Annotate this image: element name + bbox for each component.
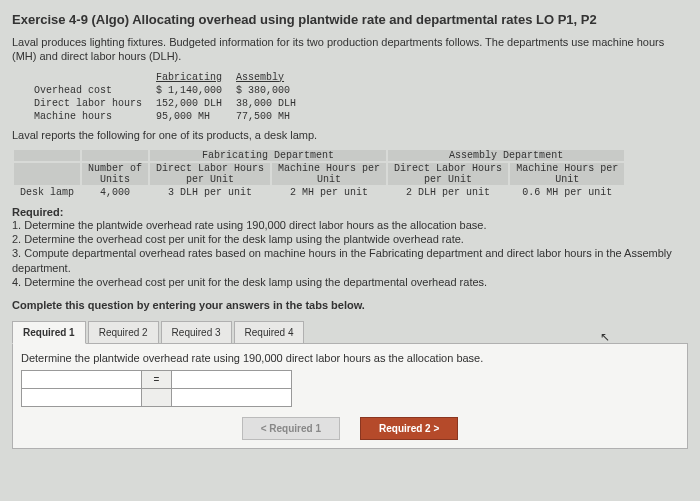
cell-asm: 38,000 DLH	[236, 98, 308, 109]
cell-fab: 95,000 MH	[156, 111, 234, 122]
answer-cell-label[interactable]	[22, 371, 142, 389]
required-block: Required: 1. Determine the plantwide ove…	[12, 206, 688, 289]
exercise-title: Exercise 4-9 (Algo) Allocating overhead …	[12, 12, 688, 27]
tab-required-2[interactable]: Required 2	[88, 321, 159, 344]
department-table: Fabricating Assembly Overhead cost $ 1,1…	[32, 70, 310, 124]
h-fdlh: Direct Labor Hours per Unit	[150, 163, 270, 185]
cell-asm: 77,500 MH	[236, 111, 308, 122]
equals-cell-2	[142, 389, 172, 407]
row-label: Direct labor hours	[34, 98, 154, 109]
req-3: 3. Compute departmental overhead rates b…	[12, 246, 688, 275]
tab-required-1[interactable]: Required 1	[12, 321, 86, 344]
prod-adlh: 2 DLH per unit	[388, 187, 508, 198]
tab-bar: Required 1 Required 2 Required 3 Require…	[12, 321, 688, 344]
desc2: Laval reports the following for one of i…	[12, 128, 688, 142]
prod-fdlh: 3 DLH per unit	[150, 187, 270, 198]
answer-table: =	[21, 370, 292, 407]
dept-col-asm: Assembly	[236, 72, 308, 83]
group-asm: Assembly Department	[388, 150, 624, 161]
answer-cell-label-2[interactable]	[22, 389, 142, 407]
tab-panel: Determine the plantwide overhead rate us…	[12, 343, 688, 449]
prod-amh: 0.6 MH per unit	[510, 187, 624, 198]
h-adlh: Direct Labor Hours per Unit	[388, 163, 508, 185]
dept-blank	[34, 72, 154, 83]
req-2: 2. Determine the overhead cost per unit …	[12, 232, 688, 246]
equals-cell: =	[142, 371, 172, 389]
row-label: Machine hours	[34, 111, 154, 122]
answer-cell-value[interactable]	[172, 371, 292, 389]
h-fmh: Machine Hours per Unit	[272, 163, 386, 185]
h-units: Number of Units	[82, 163, 148, 185]
complete-prompt: Complete this question by entering your …	[12, 299, 688, 311]
req-4: 4. Determine the overhead cost per unit …	[12, 275, 688, 289]
panel-prompt: Determine the plantwide overhead rate us…	[21, 352, 679, 364]
next-button[interactable]: Required 2 >	[360, 417, 458, 440]
cell-asm: $ 380,000	[236, 85, 308, 96]
req-1: 1. Determine the plantwide overhead rate…	[12, 218, 688, 232]
product-table: Fabricating Department Assembly Departme…	[12, 148, 626, 200]
cell-fab: $ 1,140,000	[156, 85, 234, 96]
prod-label: Desk lamp	[14, 187, 80, 198]
tab-required-3[interactable]: Required 3	[161, 321, 232, 344]
prod-units: 4,000	[82, 187, 148, 198]
required-title: Required:	[12, 206, 63, 218]
answer-cell-value-2[interactable]	[172, 389, 292, 407]
prod-fmh: 2 MH per unit	[272, 187, 386, 198]
cell-fab: 152,000 DLH	[156, 98, 234, 109]
tab-required-4[interactable]: Required 4	[234, 321, 305, 344]
dept-col-fab: Fabricating	[156, 72, 234, 83]
row-label: Overhead cost	[34, 85, 154, 96]
h-amh: Machine Hours per Unit	[510, 163, 624, 185]
group-fab: Fabricating Department	[150, 150, 386, 161]
intro-text: Laval produces lighting fixtures. Budget…	[12, 35, 688, 64]
prev-button[interactable]: < Required 1	[242, 417, 340, 440]
